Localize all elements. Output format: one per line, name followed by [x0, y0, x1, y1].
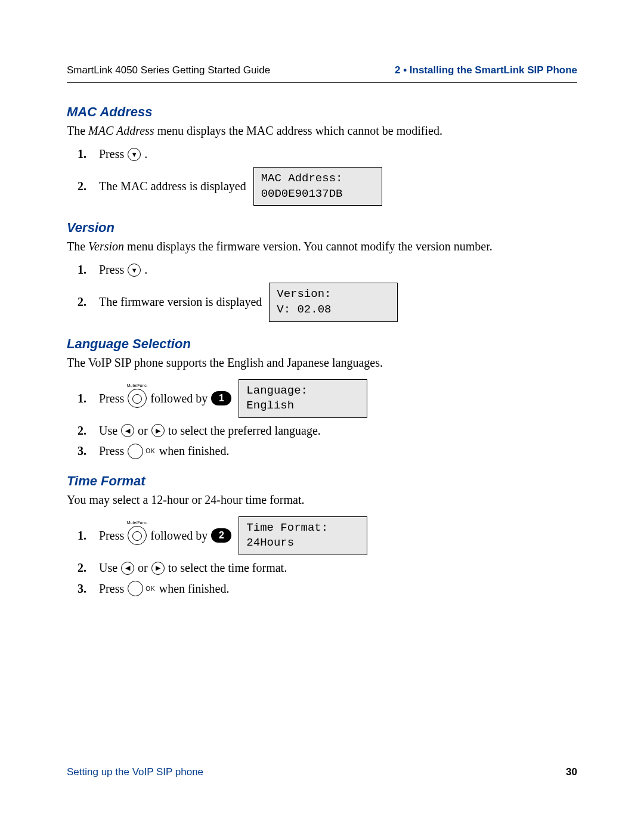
left-arrow-icon: ◀: [121, 424, 134, 437]
keypad-1-icon: 1: [211, 391, 231, 405]
down-arrow-icon: ▼: [128, 264, 141, 277]
header-chapter-title: 2 • Installing the SmartLink SIP Phone: [395, 64, 577, 76]
lcd-mac-address: MAC Address: 00D0E90137DB: [253, 167, 382, 206]
language-step-3: 3. Press OK when finished.: [78, 444, 577, 459]
version-intro: The Version menu displays the firmware v…: [67, 238, 577, 255]
mac-intro: The MAC Address menu displays the MAC ad…: [67, 122, 577, 139]
time-step-1: 1. Press Mute/Func. followed by 2 Time F…: [78, 516, 577, 555]
section-title-version: Version: [67, 220, 577, 236]
language-step-2: 2. Use ◀ or ▶ to select the preferred la…: [78, 424, 577, 438]
down-arrow-icon: ▼: [128, 148, 141, 161]
mute-func-button-icon: Mute/Func.: [128, 389, 147, 408]
header-rule: [67, 82, 577, 83]
keypad-2-icon: 2: [211, 528, 231, 543]
section-title-time-format: Time Format: [67, 473, 577, 489]
time-intro: You may select a 12-hour or 24-hour time…: [67, 491, 577, 508]
right-arrow-icon: ▶: [151, 562, 165, 575]
mac-step-2: 2. The MAC address is displayed MAC Addr…: [78, 167, 577, 206]
section-title-language: Language Selection: [67, 336, 577, 352]
right-arrow-icon: ▶: [151, 424, 165, 437]
mac-step-1: 1. Press ▼ .: [78, 147, 577, 161]
language-intro: The VoIP SIP phone supports the English …: [67, 354, 577, 371]
footer-section-name: Setting up the VoIP SIP phone: [67, 766, 203, 778]
version-step-1: 1. Press ▼ .: [78, 263, 577, 277]
document-page: SmartLink 4050 Series Getting Started Gu…: [0, 0, 644, 833]
header-guide-title: SmartLink 4050 Series Getting Started Gu…: [67, 64, 270, 76]
language-steps: 1. Press Mute/Func. followed by 1 Langua…: [78, 379, 577, 459]
page-footer: Setting up the VoIP SIP phone 30: [67, 766, 577, 778]
language-step-1: 1. Press Mute/Func. followed by 1 Langua…: [78, 379, 577, 418]
ok-button-icon: OK: [128, 581, 155, 596]
left-arrow-icon: ◀: [121, 562, 134, 575]
footer-page-number: 30: [566, 766, 577, 778]
mac-steps: 1. Press ▼ . 2. The MAC address is displ…: [78, 147, 577, 206]
lcd-language: Language: English: [239, 379, 367, 418]
ok-button-icon: OK: [128, 444, 155, 459]
version-steps: 1. Press ▼ . 2. The firmware version is …: [78, 263, 577, 321]
page-header: SmartLink 4050 Series Getting Started Gu…: [67, 64, 577, 76]
time-step-3: 3. Press OK when finished.: [78, 581, 577, 596]
section-title-mac-address: MAC Address: [67, 104, 577, 120]
version-step-2: 2. The firmware version is displayed Ver…: [78, 283, 577, 321]
time-steps: 1. Press Mute/Func. followed by 2 Time F…: [78, 516, 577, 596]
lcd-version: Version: V: 02.08: [269, 283, 398, 321]
time-step-2: 2. Use ◀ or ▶ to select the time format.: [78, 561, 577, 575]
lcd-time-format: Time Format: 24Hours: [239, 516, 367, 555]
mute-func-button-icon: Mute/Func.: [128, 526, 147, 545]
